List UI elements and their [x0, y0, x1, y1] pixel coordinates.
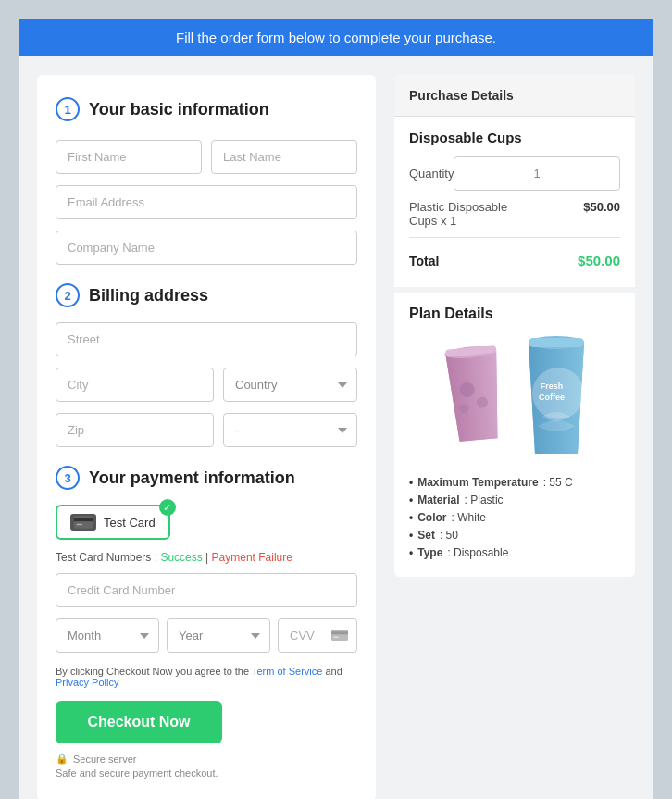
quantity-label: Quantity — [409, 167, 454, 181]
svg-rect-1 — [74, 518, 93, 521]
section3-header: 3 Your payment information — [56, 466, 357, 490]
email-input[interactable] — [56, 185, 357, 219]
cvv-wrapper — [278, 618, 357, 653]
terms-text: By clicking Checkout Now you agree to th… — [56, 666, 357, 688]
first-name-input[interactable] — [56, 140, 202, 174]
total-value: $50.00 — [578, 253, 620, 268]
city-country-row: Country — [56, 368, 357, 402]
terms-prefix: By clicking Checkout Now you agree to th… — [56, 666, 252, 677]
purchase-details-header: Purchase Details — [394, 75, 635, 117]
terms-link2[interactable]: Privacy Policy — [56, 677, 118, 688]
test-card-sep: | — [203, 551, 212, 564]
section2-header: 2 Billing address — [56, 283, 357, 307]
section1-number: 1 — [56, 97, 80, 121]
cups-image: Fresh Coffee — [409, 333, 620, 463]
cvv-card-icon — [331, 628, 348, 644]
zip-input[interactable] — [56, 413, 214, 447]
spec-key: Maximum Temperature — [417, 476, 538, 489]
plan-spec-item: Set: 50 — [409, 529, 620, 542]
svg-text:Coffee: Coffee — [539, 393, 565, 402]
payment-method-btn[interactable]: Test Card ✓ — [56, 505, 170, 540]
spec-value: : 50 — [440, 529, 458, 542]
state-wrapper: - — [223, 413, 357, 447]
spec-key: Color — [417, 511, 446, 524]
street-row — [56, 322, 357, 356]
cvv-row: MonthJanuaryFebruaryMarchAprilMayJuneJul… — [56, 618, 357, 653]
checkout-button[interactable]: Checkout Now — [56, 701, 222, 743]
right-panel: Purchase Details Disposable Cups Quantit… — [394, 75, 635, 577]
state-select[interactable]: - — [223, 413, 357, 447]
test-card-note: Test Card Numbers : Success | Payment Fa… — [56, 551, 357, 564]
banner-text: Fill the order form below to complete yo… — [176, 30, 496, 45]
terms-link1[interactable]: Term of Service — [252, 666, 322, 677]
plan-spec-item: Type: Disposable — [409, 546, 620, 559]
payment-method-label: Test Card — [104, 516, 156, 530]
quantity-row: Quantity — [409, 156, 620, 191]
credit-card-input[interactable] — [56, 573, 357, 607]
total-label: Total — [409, 254, 439, 268]
last-name-input[interactable] — [211, 140, 357, 174]
price-label: Plastic Disposable Cups x 1 — [409, 200, 539, 228]
page-wrapper: Fill the order form below to complete yo… — [19, 19, 653, 799]
spec-value: : White — [452, 511, 486, 524]
product-name: Disposable Cups — [409, 130, 620, 145]
lock-icon: 🔒 — [56, 753, 68, 765]
svg-rect-5 — [333, 636, 339, 638]
section1-title: Your basic information — [89, 100, 269, 119]
company-row — [56, 231, 357, 265]
secure-label: Secure server — [73, 754, 136, 765]
secure-subtext: Safe and secure payment checkout. — [56, 768, 357, 779]
credit-card-row — [56, 573, 357, 607]
plan-spec-item: Color: White — [409, 511, 620, 524]
spec-key: Set — [417, 529, 435, 542]
svg-text:Fresh: Fresh — [541, 381, 564, 391]
name-row — [56, 140, 357, 174]
total-row: Total $50.00 — [409, 247, 620, 274]
section3-title: Your payment information — [89, 468, 295, 488]
country-select[interactable]: Country — [223, 368, 357, 402]
main-content: 1 Your basic information 2 Billing addre… — [19, 56, 653, 799]
plan-details-title: Plan Details — [409, 306, 620, 322]
check-badge: ✓ — [159, 499, 176, 516]
top-banner: Fill the order form below to complete yo… — [19, 19, 653, 56]
spec-key: Material — [417, 493, 459, 506]
left-panel: 1 Your basic information 2 Billing addre… — [37, 75, 376, 799]
city-input[interactable] — [56, 368, 214, 402]
card-icon — [70, 514, 96, 531]
street-input[interactable] — [56, 322, 357, 356]
svg-rect-12 — [529, 338, 584, 347]
spec-value: : Plastic — [465, 493, 504, 506]
secure-note: 🔒 Secure server — [56, 753, 357, 765]
purchase-details-body: Disposable Cups Quantity Plastic Disposa… — [394, 117, 635, 287]
zip-state-row: - — [56, 413, 357, 447]
svg-rect-2 — [77, 524, 83, 526]
test-card-prefix: Test Card Numbers : — [56, 551, 160, 564]
email-row — [56, 185, 357, 219]
plan-specs: Maximum Temperature: 55 CMaterial: Plast… — [409, 476, 620, 559]
spec-value: : Disposable — [447, 546, 508, 559]
section2-number: 2 — [56, 283, 80, 307]
svg-rect-0 — [74, 516, 93, 528]
price-value: $50.00 — [583, 200, 620, 214]
section3-number: 3 — [56, 466, 80, 490]
section2-title: Billing address — [89, 286, 208, 306]
spec-value: : 55 C — [543, 476, 573, 489]
company-input[interactable] — [56, 231, 357, 265]
test-card-success-link[interactable]: Success — [160, 551, 202, 564]
plan-spec-item: Material: Plastic — [409, 493, 620, 506]
plan-details-section: Plan Details — [394, 287, 635, 577]
section1-header: 1 Your basic information — [56, 97, 357, 121]
year-select[interactable]: Year2024202520262027202820292030 — [167, 618, 270, 653]
spec-key: Type — [417, 546, 442, 559]
terms-mid: and — [322, 666, 342, 677]
country-wrapper: Country — [223, 368, 357, 402]
test-card-failure-link[interactable]: Payment Failure — [212, 551, 292, 564]
quantity-input[interactable] — [454, 156, 620, 191]
price-row: Plastic Disposable Cups x 1 $50.00 — [409, 200, 620, 238]
svg-rect-4 — [331, 631, 348, 634]
month-select[interactable]: MonthJanuaryFebruaryMarchAprilMayJuneJul… — [56, 618, 159, 653]
plan-spec-item: Maximum Temperature: 55 C — [409, 476, 620, 489]
svg-rect-3 — [331, 630, 348, 641]
